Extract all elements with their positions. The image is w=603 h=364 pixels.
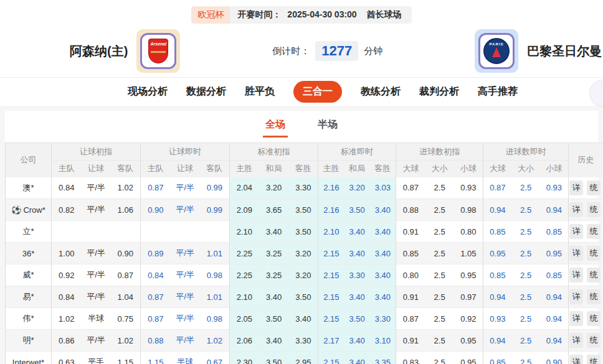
sub-header: 主胜 (318, 161, 344, 177)
odds-cell: 2.5 (512, 177, 540, 199)
odds-cell: 3.30 (370, 308, 396, 330)
period-tab-2[interactable]: 半场 (315, 118, 340, 138)
company-name: Crow* (23, 205, 45, 215)
history-header: 历史 (569, 143, 603, 177)
detail-button[interactable]: 详 (569, 355, 583, 364)
venue: 酋长球场 (367, 9, 402, 19)
odds-cell: 0.83 (396, 352, 425, 364)
company-cell[interactable]: Interwet* (6, 352, 52, 364)
odds-cell: 0.87 (111, 264, 141, 286)
odds-cell: 3.35 (370, 352, 396, 364)
odds-cell: 0.95 (454, 330, 483, 352)
odds-cell: 平/半 (82, 177, 111, 199)
odds-cell: 0.85 (540, 264, 569, 286)
odds-cell: 3.50 (344, 308, 370, 330)
odds-cell: 3.40 (344, 352, 370, 364)
odds-cell: 1.05 (454, 243, 483, 264)
stats-button[interactable]: 统 (587, 333, 601, 348)
odds-cell: 2.05 (230, 308, 259, 330)
odds-cell: 2.5 (512, 330, 540, 352)
company-name: Interwet* (12, 358, 44, 364)
odds-cell: 0.94 (540, 199, 569, 221)
odds-cell: 1.02 (111, 177, 141, 199)
arsenal-crest-icon: Arsenal (140, 33, 176, 69)
detail-button[interactable]: 详 (569, 246, 583, 261)
sub-header: 客队 (111, 161, 141, 177)
odds-cell: 2.15 (318, 308, 344, 330)
company-cell[interactable]: 明* (6, 330, 52, 352)
odds-cell (52, 221, 82, 243)
detail-button[interactable]: 详 (569, 289, 583, 304)
odds-cell: 0.92 (454, 308, 483, 330)
company-cell[interactable]: 36* (6, 243, 52, 264)
detail-button[interactable]: 详 (569, 268, 583, 282)
countdown-label: 倒计时： (272, 45, 310, 57)
odds-cell: 3.50 (289, 199, 318, 221)
stats-button[interactable]: 统 (587, 202, 601, 217)
history-cell: 详统主 (569, 221, 603, 243)
match-info-bar: 欧冠杯 开赛时间： 2025-04-30 03:00 酋长球场 (0, 0, 603, 24)
stats-button[interactable]: 统 (587, 180, 601, 195)
odds-cell: 0.80 (454, 221, 483, 243)
away-team-name: 巴黎圣日尔曼 (527, 43, 602, 60)
odds-cell: 0.90 (141, 199, 171, 221)
odds-cell: 0.84 (52, 177, 82, 199)
countdown: 倒计时： 1277 分钟 (272, 41, 382, 61)
detail-button[interactable]: 详 (569, 333, 583, 348)
company-cell[interactable]: 澳* (6, 177, 52, 199)
company-cell[interactable]: 易* (6, 286, 52, 308)
odds-cell: 2.04 (230, 177, 259, 199)
sub-header: 主队 (52, 161, 82, 177)
odds-cell: 3.20 (289, 243, 318, 264)
history-cell: 详统主 (569, 308, 603, 330)
odds-cell: 0.88 (396, 199, 425, 221)
period-tab-1[interactable]: 全场 (263, 118, 288, 138)
stats-button[interactable]: 统 (587, 246, 601, 261)
odds-cell: 3.50 (344, 199, 370, 221)
odds-cell: 0.87 (141, 308, 171, 330)
odds-cell: 3.20 (344, 177, 370, 199)
odds-cell: 平/半 (171, 308, 200, 330)
company-cell[interactable]: 威* (6, 264, 52, 286)
detail-button[interactable]: 详 (569, 180, 583, 195)
sub-header: 大小 (425, 161, 454, 177)
odds-cell: 0.80 (396, 264, 425, 286)
company-cell[interactable]: ⚽Crow* (6, 199, 52, 221)
odds-cell: 0.91 (396, 286, 425, 308)
nav-tab-6[interactable]: 裁判分析 (419, 81, 459, 103)
floating-button[interactable] (589, 80, 603, 107)
nav-tab-5[interactable]: 教练分析 (361, 81, 401, 103)
stats-button[interactable]: 统 (587, 289, 601, 304)
odds-cell: 2.5 (512, 286, 540, 308)
odds-cell: 3.40 (259, 221, 289, 243)
company-cell[interactable]: 立* (6, 221, 52, 243)
soccer-ball-icon: ⚽ (11, 205, 21, 215)
countdown-value: 1277 (315, 41, 358, 61)
nav-tab-4[interactable]: 三合一 (293, 81, 342, 103)
stats-button[interactable]: 统 (587, 355, 601, 364)
stats-button[interactable]: 统 (587, 268, 601, 282)
table-row: 伟*1.02半球0.750.87平/半0.982.053.503.402.153… (6, 308, 603, 330)
odds-cell: 3.20 (289, 264, 318, 286)
nav-tab-3[interactable]: 胜平负 (245, 81, 275, 103)
stats-button[interactable]: 统 (587, 311, 601, 326)
countdown-unit: 分钟 (364, 45, 382, 57)
odds-cell: 3.50 (259, 352, 289, 364)
nav-tab-2[interactable]: 数据分析 (186, 81, 226, 103)
odds-cell: 2.5 (425, 199, 454, 221)
group-header-4: 标准即时 (318, 143, 396, 161)
sub-header: 让球 (171, 161, 200, 177)
odds-card: 全场半场 公司让球初指让球即时标准初指标准即时进球数初指进球数即时历史主队让球客… (5, 111, 598, 364)
odds-cell: 0.93 (454, 177, 483, 199)
company-cell[interactable]: 伟* (6, 308, 52, 330)
odds-cell: 平手 (82, 352, 111, 364)
detail-button[interactable]: 详 (569, 202, 583, 217)
detail-button[interactable]: 详 (569, 311, 583, 326)
kickoff-info: 开赛时间： 2025-04-30 03:00 酋长球场 (230, 6, 411, 24)
nav-tab-7[interactable]: 高手推荐 (478, 81, 518, 103)
odds-cell: 2.30 (230, 352, 259, 364)
odds-cell: 平/半 (171, 264, 200, 286)
stats-button[interactable]: 统 (587, 224, 601, 239)
detail-button[interactable]: 详 (569, 224, 583, 239)
nav-tab-1[interactable]: 现场分析 (128, 81, 168, 103)
